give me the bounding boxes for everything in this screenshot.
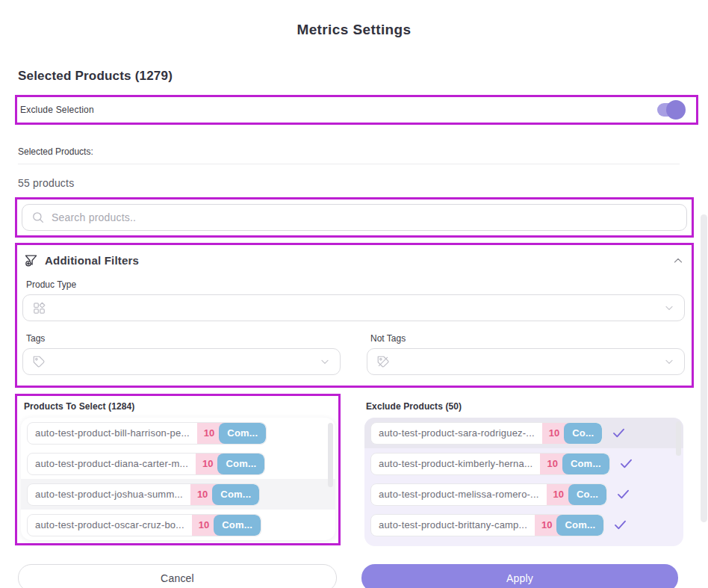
product-name: auto-test-product-bill-harrison-pe... [28,423,197,444]
product-row[interactable]: auto-test-product-kimberly-herna...10Com… [364,448,683,479]
additional-filters-section: Additional Filters Produc Type Tags [15,243,694,388]
divider [18,164,680,164]
exclude-products-list: auto-test-product-sara-rodriguez-...10Co… [364,418,683,546]
product-type-badge: Com... [219,423,266,444]
list-scrollbar[interactable] [328,423,333,487]
chevron-down-icon [663,302,675,314]
product-row[interactable]: auto-test-product-joshua-summ...10Com... [21,479,335,510]
not-tags-field: Not Tags [367,321,685,375]
additional-filters-title: Additional Filters [45,254,665,267]
product-name: auto-test-product-diana-carter-m... [28,454,196,474]
tags-dropdown[interactable] [22,348,341,375]
cancel-button[interactable]: Cancel [18,564,337,588]
chevron-up-icon[interactable] [671,254,685,267]
product-row[interactable]: auto-test-product-melissa-romero-...10Co… [364,479,683,510]
check-icon[interactable] [615,486,631,502]
product-type-label: Produc Type [26,279,685,290]
search-input-wrapper [22,204,687,231]
product-type-badge: Com... [214,515,261,536]
search-products-section [15,197,694,238]
search-icon [31,211,45,224]
product-name: auto-test-product-oscar-cruz-bo... [28,515,192,536]
tag-icon [32,355,46,368]
product-row[interactable]: auto-test-product-bill-harrison-pe...10C… [21,418,335,448]
search-input[interactable] [52,211,677,223]
product-type-badge: Com... [212,484,259,505]
product-chip: auto-test-product-oscar-cruz-bo...10Com.… [27,514,261,536]
exclude-products-label: Exclude Products (50) [366,401,683,412]
not-tags-label: Not Tags [370,333,685,344]
check-icon[interactable] [611,425,627,441]
product-chip: auto-test-product-sara-rodriguez-...10Co… [370,422,603,445]
product-name: auto-test-product-brittany-camp... [371,515,535,536]
exclude-selection-row: Exclude Selection [15,95,698,125]
exclude-products-panel: Exclude Products (50) auto-test-product-… [363,394,683,546]
product-chip: auto-test-product-melissa-romero-...10Co… [370,483,607,506]
not-tags-dropdown[interactable] [367,348,685,375]
product-name: auto-test-product-sara-rodriguez-... [371,423,542,444]
product-type-badge: Com... [556,515,603,536]
product-type-badge: Com... [217,454,264,474]
exclude-selection-label: Exclude Selection [20,105,94,115]
list-scrollbar[interactable] [676,421,681,456]
selected-products-heading: Selected Products (1279) [18,69,690,84]
apply-button[interactable]: Apply [361,564,678,588]
product-chip: auto-test-product-diana-carter-m...10Com… [27,453,265,475]
exclude-selection-toggle[interactable] [657,103,683,117]
product-chip: auto-test-product-bill-harrison-pe...10C… [27,422,267,445]
products-to-select-label: Products To Select (1284) [24,401,335,412]
selected-products-label: Selected Products: [18,146,690,157]
page-scrollbar[interactable] [701,214,707,522]
tags-field: Tags [22,321,341,375]
products-to-select-panel: Products To Select (1284) auto-test-prod… [15,394,341,545]
selected-products-count: 55 products [18,177,690,189]
product-row[interactable]: auto-test-product-diana-carter-m...10Com… [21,448,335,479]
product-type-dropdown[interactable] [22,294,685,321]
chevron-down-icon [663,356,675,368]
product-type-badge: Com... [562,454,609,474]
product-chip: auto-test-product-kimberly-herna...10Com… [370,453,610,475]
product-name: auto-test-product-joshua-summ... [28,484,190,505]
toggle-knob [666,100,686,120]
chevron-down-icon [319,356,331,368]
product-row[interactable]: auto-test-product-oscar-cruz-bo...10Com.… [21,510,335,540]
product-row[interactable]: auto-test-product-sara-rodriguez-...10Co… [364,418,683,448]
products-to-select-list: auto-test-product-bill-harrison-pe...10C… [21,418,335,540]
product-name: auto-test-product-kimberly-herna... [371,454,540,474]
additional-filters-header[interactable]: Additional Filters [22,253,685,267]
product-chip: auto-test-product-joshua-summ...10Com... [27,483,260,506]
product-type-badge: Co... [564,423,602,444]
product-row[interactable]: auto-test-product-brittany-camp...10Com.… [364,510,683,540]
metrics-settings-dialog: Metrics Settings Selected Products (1279… [0,0,708,588]
check-icon[interactable] [612,517,628,533]
filter-plus-icon [24,253,38,267]
tag-off-icon [376,355,390,368]
product-type-badge: Co... [568,484,606,505]
product-chip: auto-test-product-brittany-camp...10Com.… [370,514,604,536]
check-icon[interactable] [618,456,634,471]
product-name: auto-test-product-melissa-romero-... [371,484,547,505]
category-grid-icon [32,301,46,315]
page-title: Metrics Settings [0,0,708,38]
tags-label: Tags [26,333,341,344]
